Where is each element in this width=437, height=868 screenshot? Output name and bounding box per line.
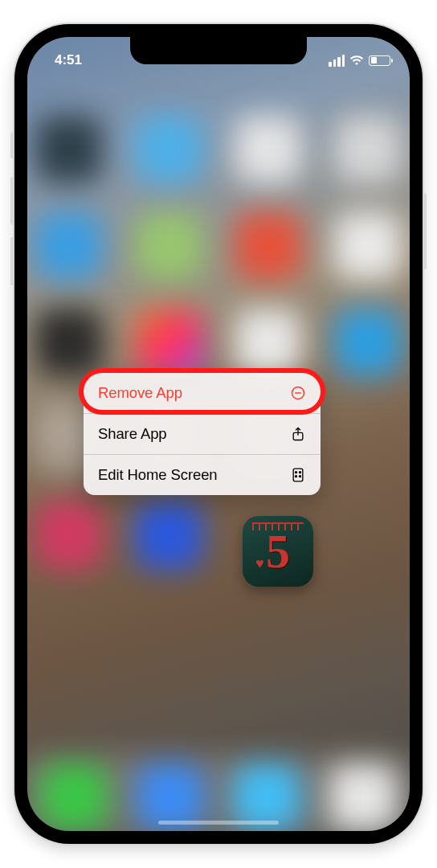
battery-icon xyxy=(369,55,390,66)
svg-point-5 xyxy=(300,472,301,473)
home-indicator[interactable] xyxy=(158,821,279,825)
svg-rect-3 xyxy=(293,469,303,481)
edit-home-screen-menu-item[interactable]: Edit Home Screen xyxy=(84,454,321,495)
circle-minus-icon xyxy=(290,385,306,401)
notch xyxy=(130,37,307,64)
volume-down-button xyxy=(10,237,14,285)
share-app-menu-item[interactable]: Share App xyxy=(84,413,321,454)
svg-point-6 xyxy=(296,476,297,477)
volume-up-button xyxy=(10,177,14,225)
status-icons xyxy=(329,55,390,67)
menu-item-label: Remove App xyxy=(98,384,182,402)
iphone-frame: 4:51 Remove App xyxy=(14,24,423,844)
focused-app-icon[interactable]: 5 ♥ xyxy=(243,516,313,587)
apps-icon xyxy=(290,467,306,483)
heart-icon: ♥ xyxy=(255,555,264,572)
svg-point-7 xyxy=(300,476,301,477)
menu-item-label: Share App xyxy=(98,425,167,443)
wifi-icon xyxy=(349,55,364,66)
silence-switch xyxy=(10,133,14,158)
app-context-menu: Remove App Share App xyxy=(84,373,321,495)
cellular-signal-icon xyxy=(329,55,345,67)
power-button xyxy=(423,193,427,269)
screen: 4:51 Remove App xyxy=(27,37,410,831)
svg-point-4 xyxy=(296,472,297,473)
status-time: 4:51 xyxy=(55,52,82,68)
remove-app-menu-item[interactable]: Remove App xyxy=(84,373,321,413)
menu-item-label: Edit Home Screen xyxy=(98,466,218,484)
app-icon-glyph: 5 xyxy=(266,524,290,579)
share-icon xyxy=(290,426,306,442)
